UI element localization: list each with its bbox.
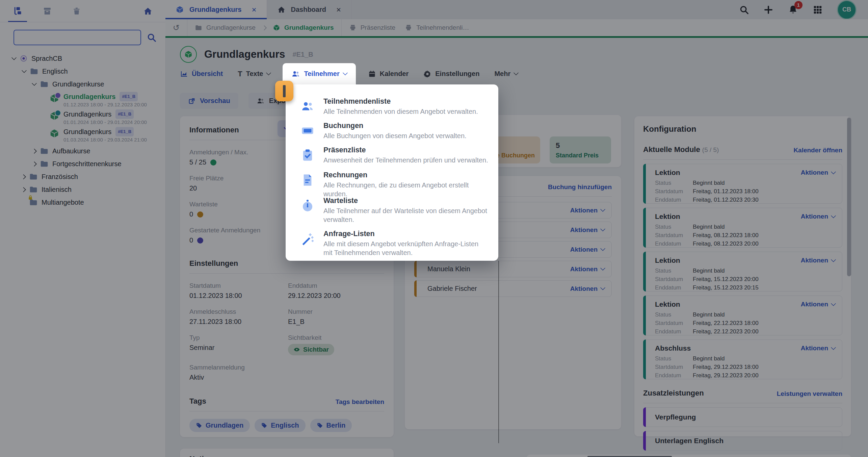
menu-item-title: Buchungen — [323, 122, 363, 130]
menu-item-title: Anfrage-Listen — [323, 230, 375, 238]
menu-item-title: Warteliste — [323, 197, 358, 205]
menu-item-rechnungen[interactable]: RechnungenAlle Rechnungen, die zu diesem… — [300, 170, 488, 198]
menu-item-desc: Alle Teilnehmer auf der Warteliste von d… — [323, 206, 488, 224]
menu-item-desc: Alle Buchungen von diesem Angebot verwal… — [323, 131, 467, 140]
menu-item-title: Teilnehmendenliste — [323, 97, 391, 105]
stopwatch-icon — [300, 196, 315, 224]
menu-item-title: Rechnungen — [323, 171, 367, 179]
chevron-down-icon — [342, 70, 348, 76]
menu-item-desc: Anwesenheit der Teilnehmenden prüfen und… — [323, 156, 488, 164]
nav-teilnehmer[interactable]: Teilnehmer — [283, 63, 356, 84]
invoice-icon — [300, 170, 315, 198]
menu-item-title: Präsenzliste — [323, 146, 366, 154]
menu-item-warteliste[interactable]: WartelisteAlle Teilnehmer auf der Wartel… — [300, 196, 488, 224]
text-cursor-icon — [283, 85, 286, 97]
teilnehmer-dropdown-menu: TeilnehmendenlisteAlle Teilnehmenden von… — [286, 84, 498, 261]
dropdown-edge-line — [498, 261, 499, 443]
app-window: SprachCB Englisch Grundlagenkurse Grundl… — [0, 0, 868, 457]
ticket-icon — [300, 121, 315, 140]
menu-item-anfrage-listen[interactable]: Anfrage-ListenAlle mit diesem Angebot ve… — [300, 229, 488, 257]
cursor-indicator — [275, 81, 293, 101]
menu-item-teilnehmendenliste[interactable]: TeilnehmendenlisteAlle Teilnehmenden von… — [300, 97, 488, 116]
menu-item-desc: Alle mit diesem Angebot verknüpften Anfr… — [323, 239, 488, 257]
menu-item-buchungen[interactable]: BuchungenAlle Buchungen von diesem Angeb… — [300, 121, 488, 140]
menu-item-praesenzliste[interactable]: PräsenzlisteAnwesenheit der Teilnehmende… — [300, 145, 488, 164]
magic-wand-icon — [300, 229, 315, 257]
users-icon — [291, 70, 300, 78]
menu-item-desc: Alle Teilnehmenden von diesem Angebot ve… — [323, 107, 478, 116]
users-icon — [300, 97, 315, 116]
clipboard-check-icon — [300, 145, 315, 164]
